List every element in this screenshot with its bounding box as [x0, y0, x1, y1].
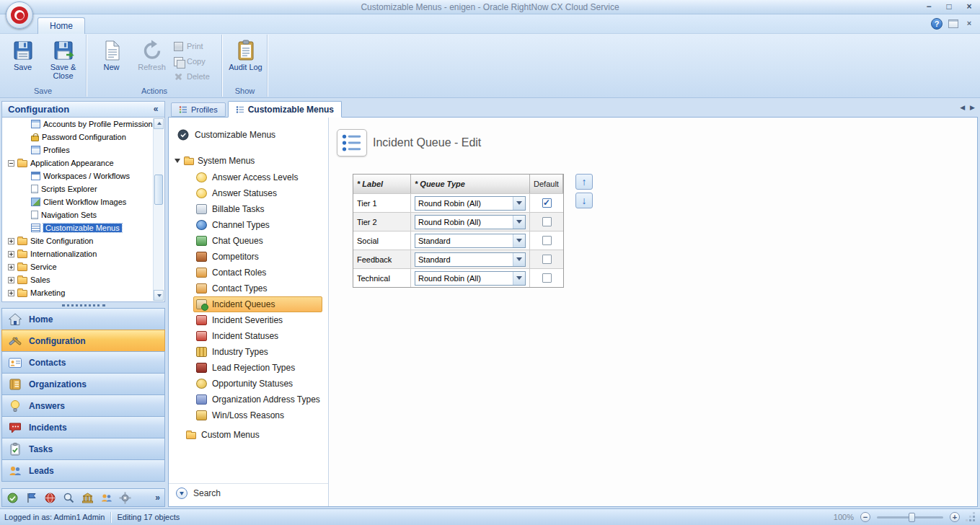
restore-window-icon[interactable] [948, 19, 958, 28]
tree-item[interactable]: Scripts Explorer [2, 182, 164, 195]
print-button[interactable]: Print [174, 40, 210, 52]
help-icon[interactable]: ? [931, 18, 943, 30]
sidebar-item-configuration[interactable]: Configuration [1, 330, 165, 352]
scrollbar-thumb[interactable] [154, 175, 163, 205]
tree-item[interactable]: Sales [2, 273, 164, 286]
sidebar-item-incidents[interactable]: Incidents [1, 416, 165, 438]
scroll-up-icon[interactable] [154, 118, 164, 129]
tab-scroll-right-icon[interactable]: ▶ [970, 104, 975, 111]
move-down-button[interactable]: ↓ [575, 193, 593, 208]
label-cell[interactable]: Feedback [353, 250, 411, 268]
menu-item-incident-queues[interactable]: Incident Queues [193, 296, 322, 312]
menu-item[interactable]: Contact Types [193, 281, 322, 296]
menu-item[interactable]: Lead Rejection Types [193, 360, 322, 376]
label-cell[interactable]: Tier 2 [353, 213, 411, 231]
shortcut-industry-bank-icon[interactable] [81, 492, 94, 504]
menu-item[interactable]: Industry Types [193, 344, 322, 360]
tree-scrollbar[interactable] [153, 118, 164, 301]
application-menu-button[interactable] [6, 1, 33, 29]
tree-item[interactable]: Application Appearance [2, 156, 164, 169]
sidebar-item-leads[interactable]: Leads [1, 459, 165, 482]
audit-log-button[interactable]: Audit Log [226, 38, 265, 85]
menu-item[interactable]: Contact Roles [193, 265, 322, 281]
tree-item[interactable]: Accounts by Profile Permission [2, 118, 164, 131]
queue-type-combo[interactable]: Round Robin (All) [415, 196, 526, 211]
copy-button[interactable]: Copy [174, 56, 210, 67]
menu-item[interactable]: Channel Types [193, 217, 322, 233]
expand-expander-icon[interactable] [8, 251, 14, 257]
menu-item[interactable]: Opportunity Statuses [193, 376, 322, 392]
tab-home[interactable]: Home [37, 17, 85, 34]
tree-item[interactable]: Client Workflow Images [2, 195, 164, 208]
sidebar-item-tasks[interactable]: Tasks [1, 438, 165, 460]
expand-expander-icon[interactable] [8, 264, 14, 270]
tree-item[interactable]: Internationalization [2, 247, 164, 260]
menu-item[interactable]: Incident Statuses [193, 328, 322, 344]
tree-item-customizable-menus[interactable]: Customizable Menus [2, 221, 164, 234]
menu-item[interactable]: Answer Access Levels [193, 169, 322, 185]
zoom-slider[interactable] [877, 516, 943, 519]
sidebar-item-answers[interactable]: Answers [1, 394, 165, 417]
close-document-icon[interactable]: × [964, 19, 974, 29]
default-checkbox[interactable] [542, 255, 552, 264]
sidebar-item-contacts[interactable]: Contacts [1, 351, 165, 374]
default-checkbox[interactable] [542, 198, 552, 208]
delete-button[interactable]: Delete [174, 71, 210, 82]
label-cell[interactable]: Tier 1 [353, 194, 411, 212]
overflow-chevron-icon[interactable]: » [155, 493, 160, 503]
new-button[interactable]: New [92, 38, 131, 85]
expand-expander-icon[interactable] [8, 277, 14, 283]
queue-type-combo[interactable]: Round Robin (All) [415, 215, 526, 229]
expanded-arrow-icon[interactable] [175, 159, 180, 163]
close-icon[interactable]: × [963, 1, 976, 13]
collapse-pane-icon[interactable]: « [150, 104, 162, 115]
tree-item[interactable]: Marketing [2, 286, 164, 299]
menu-tree-root[interactable]: Customizable Menus [177, 128, 328, 142]
tab-scroll-left-icon[interactable]: ◀ [960, 104, 965, 111]
shortcut-settings-gear-icon[interactable] [119, 492, 131, 504]
menu-item[interactable]: Answer Statuses [193, 185, 322, 201]
menu-item[interactable]: Competitors [193, 249, 322, 265]
refresh-button[interactable]: Refresh [132, 38, 172, 85]
menu-folder-custom[interactable]: Custom Menus [186, 427, 328, 443]
tree-item[interactable]: Service [2, 260, 164, 273]
queue-type-combo[interactable]: Round Robin (All) [415, 271, 526, 286]
sidebar-item-home[interactable]: Home [1, 308, 165, 330]
sidebar-item-organizations[interactable]: Organizations [1, 373, 165, 395]
queue-type-combo[interactable]: Standard [415, 252, 526, 267]
expand-expander-icon[interactable] [8, 290, 14, 296]
tab-profiles[interactable]: Profiles [171, 102, 226, 117]
maximize-icon[interactable]: □ [943, 1, 955, 13]
menu-item[interactable]: Incident Severities [193, 312, 322, 328]
move-up-button[interactable]: ↑ [575, 174, 593, 190]
default-checkbox[interactable] [542, 273, 552, 283]
default-checkbox[interactable] [542, 236, 552, 245]
shortcut-analytics-icon[interactable] [6, 492, 19, 504]
default-checkbox[interactable] [542, 217, 552, 226]
shortcut-campaigns-flag-icon[interactable] [25, 492, 37, 504]
save-and-close-button[interactable]: Save & Close [43, 38, 83, 85]
resize-grip[interactable] [966, 513, 976, 522]
tree-item[interactable]: Profiles [2, 144, 164, 156]
shortcut-mailings-globe-icon[interactable] [44, 492, 56, 504]
zoom-slider-thumb[interactable] [909, 513, 915, 522]
tree-item[interactable]: Navigation Sets [2, 208, 164, 221]
tree-item[interactable]: Password Configuration [2, 131, 164, 144]
menu-item[interactable]: Win/Loss Reasons [193, 407, 322, 423]
label-cell[interactable]: Technical [353, 269, 411, 287]
menu-item[interactable]: Billable Tasks [193, 201, 322, 217]
label-cell[interactable]: Social [353, 231, 411, 250]
shortcut-quick-search-icon[interactable] [63, 492, 75, 504]
menu-item[interactable]: Organization Address Types [193, 392, 322, 407]
minimize-icon[interactable]: − [922, 1, 935, 13]
tree-item[interactable]: Site Configuration [2, 234, 164, 247]
search-section-header[interactable]: Search [169, 483, 328, 502]
expand-expander-icon[interactable] [8, 238, 14, 244]
tab-customizable-menus[interactable]: Customizable Menus [228, 101, 342, 118]
queue-type-combo[interactable]: Standard [415, 234, 526, 248]
tree-item[interactable]: Workspaces / Workflows [2, 169, 164, 182]
menu-folder-system[interactable]: System Menus [175, 154, 328, 168]
zoom-out-icon[interactable]: − [860, 512, 870, 522]
scroll-down-icon[interactable] [154, 290, 164, 301]
menu-item[interactable]: Chat Queues [193, 233, 322, 249]
